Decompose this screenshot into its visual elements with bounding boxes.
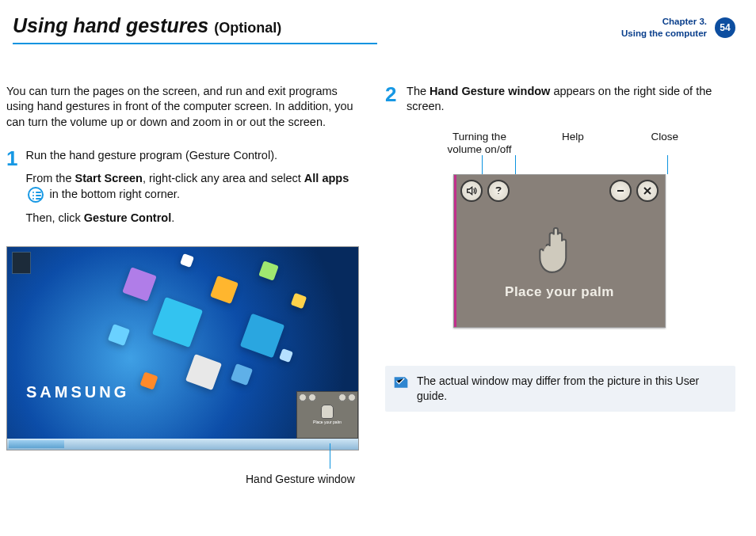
right-column: 2 The Hand Gesture window appears on the… (385, 84, 735, 451)
mini-gesture-window: Place your palm (296, 391, 358, 439)
place-palm-text: Place your palm (454, 283, 665, 302)
callout-labels-row: Turning the volume on/off Help Close (444, 131, 674, 155)
label-volume: Turning the volume on/off (444, 131, 515, 155)
callout-line-screenshot (330, 443, 330, 469)
mini-help-icon (308, 393, 316, 401)
chapter-text: Chapter 3. Using the computer (621, 16, 707, 40)
step1-line3: Then, click Gesture Control. (25, 211, 357, 226)
header-rule (13, 43, 377, 44)
help-button[interactable] (487, 180, 510, 202)
note-text: The actual window may differ from the pi… (417, 374, 699, 402)
note-box: The actual window may differ from the pi… (385, 366, 735, 412)
desktop-screenshot: SAMSUNG Place your palm (6, 246, 359, 450)
page-title: Using hand gestures (Optional) (13, 14, 281, 36)
left-column: You can turn the pages on the screen, an… (6, 84, 357, 451)
chapter-line1: Chapter 3. (621, 16, 707, 28)
gesture-window: Place your palm (453, 174, 666, 328)
step-2-body: The Hand Gesture window appears on the r… (407, 84, 735, 123)
palm-area: Place your palm (454, 219, 665, 302)
step2-line1: The Hand Gesture window appears on the r… (407, 84, 735, 115)
all-apps-icon (28, 187, 44, 203)
title-main: Using hand gestures (13, 14, 208, 36)
speaker-icon (465, 184, 478, 197)
label-help: Help (553, 131, 593, 155)
page-number-badge: 54 (715, 17, 735, 38)
mini-place-text: Place your palm (297, 420, 357, 425)
step-number-1: 1 (6, 148, 17, 234)
volume-toggle-button[interactable] (460, 180, 483, 202)
chapter-line2: Using the computer (621, 28, 707, 40)
question-icon (492, 184, 505, 197)
minimize-button[interactable] (609, 180, 632, 202)
gesture-window-buttons (454, 175, 665, 207)
page-header: Using hand gestures (Optional) Chapter 3… (6, 14, 735, 40)
taskbar (7, 439, 358, 450)
step-1: 1 Run the hand gesture program (Gesture … (6, 148, 357, 234)
mini-volume-icon (299, 393, 307, 401)
label-close: Close (631, 131, 678, 155)
close-icon (641, 184, 654, 197)
callout-lines (441, 155, 678, 174)
minimize-icon (614, 184, 627, 197)
note-icon (393, 375, 409, 393)
palm-icon (535, 219, 584, 280)
intro-paragraph: You can turn the pages on the screen, an… (6, 84, 357, 131)
title-optional: (Optional) (214, 20, 281, 36)
recycle-bin-icon (12, 252, 31, 274)
mini-close-icon (348, 393, 356, 401)
step-number-2: 2 (385, 84, 399, 123)
mini-hand-icon (321, 405, 334, 419)
step1-line1: Run the hand gesture program (Gesture Co… (25, 148, 357, 164)
step-2: 2 The Hand Gesture window appears on the… (385, 84, 735, 123)
close-button[interactable] (636, 180, 659, 202)
step-1-body: Run the hand gesture program (Gesture Co… (25, 148, 357, 234)
samsung-logo: SAMSUNG (26, 382, 129, 403)
step1-line2: From the Start Screen, right-click any a… (25, 171, 357, 203)
callout-screenshot-label: Hand Gesture window (246, 473, 355, 485)
mini-minimize-icon (338, 393, 346, 401)
chapter-block: Chapter 3. Using the computer 54 (621, 14, 735, 40)
title-wrap: Using hand gestures (Optional) (6, 14, 621, 37)
